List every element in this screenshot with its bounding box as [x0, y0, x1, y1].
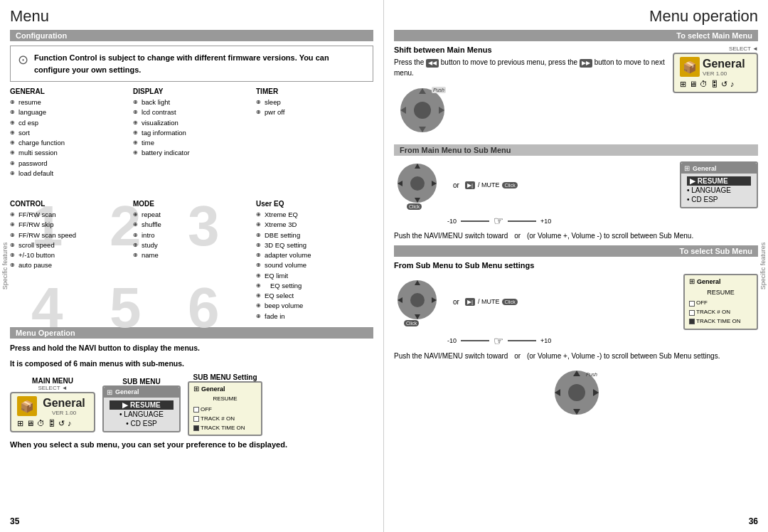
sub-setting-label: SUB MENU Setting [188, 373, 262, 381]
mute-label: / MUTE [478, 181, 500, 188]
navi-click-wrapper: Click [394, 160, 447, 210]
list-item: sort [10, 128, 127, 138]
general-ver-r: VER 1.00 [703, 70, 751, 77]
settings-title-r: General [697, 278, 721, 285]
arrow-left [400, 107, 406, 114]
icon-4: 🎛 [48, 419, 55, 428]
settings-row-r: RESUME OFF TRACK # ON TRACK TIME ON [689, 287, 752, 326]
mute-section2: ▶| / MUTE Click [465, 298, 518, 306]
resume-selected: ▶ RESUME [110, 400, 174, 410]
arr-dn2 [415, 314, 420, 319]
push-navi2: Push the NAVI/MENU switch toward [394, 352, 508, 360]
last-push-label: Push [586, 372, 597, 377]
vol-diagram-2: -10 ☞ +10 [447, 334, 758, 348]
arrow-right [439, 107, 444, 114]
icon-2: 🖥 [26, 419, 34, 428]
arr-lt2 [398, 297, 402, 303]
track-label: TRACK # ON [201, 415, 235, 424]
last-navi-section: Push [394, 367, 758, 420]
menu-col-general-header: GENERAL [10, 87, 127, 95]
menu-col-timer: TIMER sleep pwr off [256, 87, 373, 179]
resume-setting-r: RESUME [689, 287, 752, 297]
general-display-header-r: 📦 General VER 1.00 [680, 57, 751, 77]
menu-columns-wrapper: 1 2 3 4 5 6 GENERAL resume language cd e… [10, 87, 373, 321]
last-navi-wrapper: Push [548, 367, 604, 420]
navi-circle-click2 [398, 280, 437, 319]
general-icon: 📦 [17, 396, 37, 416]
list-item: visualization [133, 118, 250, 128]
navi-center [414, 102, 431, 119]
off-cb-r [689, 301, 695, 307]
list-item: beep volume [256, 301, 373, 311]
left-page-title: Menu [10, 7, 373, 26]
button-to-move: button to move to previous menu, press t… [441, 58, 580, 66]
list-item: time [133, 138, 250, 148]
settings-header-r: ⊞ General [689, 277, 752, 285]
main-menu-display: SELECT ◄ 📦 General VER 1.00 ⊞ 🖥 [10, 385, 95, 432]
main-menu-col: MAIN MENU SELECT ◄ 📦 General VER 1.00 ⊞ [10, 377, 95, 432]
config-text: Function Control is subject to change wi… [34, 52, 366, 75]
navi-click-diagram [398, 164, 437, 203]
menu-col-control-header: CONTROL [10, 200, 127, 208]
vol-diagram: -10 ☞ +10 [447, 214, 758, 228]
menu-op-section: Menu Operation Press and hold the NAVI b… [10, 327, 373, 449]
list-item: EQ limit [256, 271, 373, 281]
navi-inner-wrapper: Push [400, 88, 444, 132]
right-vertical-label: Specific features [759, 243, 767, 290]
navi-circle: Push [400, 88, 444, 132]
menu-col-display-header: DISPLAY [133, 87, 250, 95]
click-label-3: Click [404, 320, 419, 326]
vol-minus2: -10 [447, 337, 457, 344]
click-label-1: Click [407, 203, 422, 210]
hand-cursor-2: ☞ [494, 334, 503, 348]
vol-slider-4 [508, 340, 536, 341]
vol-desc2: (or Volume +, Volume -) to scroll betwee… [527, 352, 720, 360]
general-display: 📦 General VER 1.00 ⊞ 🖥 ⏱ 🎛 ↺ [10, 392, 95, 432]
language-item: • LANGUAGE [110, 410, 174, 419]
list-item: adapter volume [256, 250, 373, 260]
hand-cursor: ☞ [494, 214, 503, 228]
list-item: cd esp [10, 118, 127, 128]
menu-col-control: CONTROL FF/RW scan FF/RW skip FF/RW scan… [10, 200, 127, 321]
skip-btn2: ▶| [465, 298, 475, 306]
prev-btn: ◀◀ [426, 59, 439, 68]
icon-r2: 🖥 [689, 80, 697, 89]
sub-menu-col: SUB MENU ⊞ General ▶ RESUME • LANGUAGE •… [102, 378, 181, 432]
general-display-right: 📦 General VER 1.00 ⊞ 🖥 ⏱ 🎛 ↺ ♪ [673, 53, 758, 93]
arrow-down [419, 127, 426, 132]
general-icons-row: ⊞ 🖥 ⏱ 🎛 ↺ ♪ [17, 419, 88, 428]
general-title-r: General [703, 58, 751, 70]
resume-display-main: ⊞ General ▶ RESUME • LANGUAGE • CD ESP [680, 161, 758, 208]
shift-content: Shift between Main Menus Press the ◀◀ bu… [394, 46, 667, 137]
next-btn: ▶▶ [580, 59, 592, 68]
press-the: Press the [394, 58, 426, 66]
list-item: FF/RW skip [10, 220, 127, 230]
arr-up [415, 164, 420, 169]
shift-title: Shift between Main Menus [394, 46, 667, 54]
list-item: language [10, 107, 127, 117]
resume-icon: ⊞ [107, 388, 112, 396]
arr-rt2 [432, 297, 437, 303]
sub-menu-label: SUB MENU [102, 378, 181, 385]
icon-r4: 🎛 [710, 80, 718, 89]
list-item: FF/RW scan [10, 210, 127, 220]
general-list: resume language cd esp sort charge funct… [10, 97, 127, 179]
list-item: sound volume [256, 260, 373, 270]
icon-1: ⊞ [17, 419, 23, 428]
or-label-1: or [453, 181, 459, 189]
menu-op-row: MAIN MENU SELECT ◄ 📦 General VER 1.00 ⊞ [10, 373, 373, 436]
last-arr-up [573, 371, 580, 376]
general-title-box-r: General VER 1.00 [703, 58, 751, 77]
list-item: pwr off [256, 107, 373, 117]
push-label: Push [432, 87, 446, 93]
info-icon: ⊙ [18, 52, 28, 68]
general-display-header: 📦 General VER 1.00 [17, 396, 88, 416]
navi-center-click2 [410, 293, 425, 307]
vol-minus: -10 [447, 218, 457, 225]
track-cb-r [689, 310, 695, 316]
sub-menu-desc: Push the NAVI/MENU switch toward or (or … [394, 232, 758, 240]
config-box: ⊙ Function Control is subject to change … [10, 46, 373, 82]
settings-row: RESUME OFF TRACK # ON TRACK TIME ON [193, 395, 257, 432]
resume-main-language: • LANGUAGE [687, 186, 751, 195]
icon-6: ♪ [68, 419, 72, 428]
